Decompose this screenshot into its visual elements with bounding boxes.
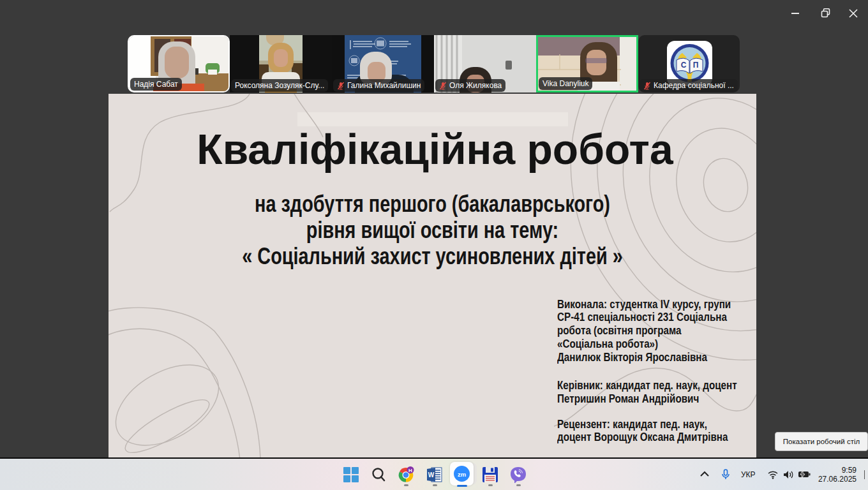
svg-text:С: С bbox=[681, 61, 687, 70]
svg-text:H: H bbox=[408, 468, 412, 473]
svg-text:zm: zm bbox=[458, 471, 466, 478]
svg-text:П: П bbox=[693, 61, 699, 70]
svg-text:W: W bbox=[428, 471, 435, 479]
